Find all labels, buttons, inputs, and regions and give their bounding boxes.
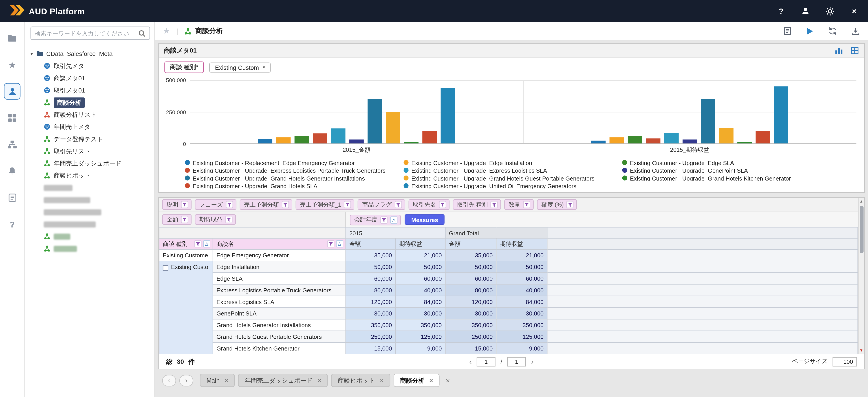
- legend-item[interactable]: Existing Customer - Replacement_Edge Eme…: [185, 159, 403, 165]
- bar[interactable]: [331, 128, 345, 143]
- close-tab-icon[interactable]: ×: [446, 376, 450, 385]
- next-page-button[interactable]: ›: [531, 357, 534, 366]
- opportunity-name-cell[interactable]: Express Logistics SLA: [213, 296, 346, 308]
- sub-header-amount-total[interactable]: 金額: [445, 238, 496, 249]
- field-chip[interactable]: 取引先 種別: [453, 200, 501, 210]
- bar[interactable]: [258, 139, 272, 144]
- field-chip[interactable]: 売上予測分類_1: [296, 200, 354, 210]
- clipboard-list-icon[interactable]: [4, 189, 21, 206]
- tabs-scroll-left-button[interactable]: ‹: [162, 374, 176, 386]
- sidebar-item[interactable]: 取引メタ01: [31, 84, 150, 96]
- bar[interactable]: [349, 140, 364, 144]
- filter-field-button[interactable]: 商談 種別*: [164, 62, 204, 73]
- table-view-icon[interactable]: [850, 46, 859, 55]
- field-chip[interactable]: 金額: [162, 214, 191, 225]
- bar[interactable]: [294, 136, 309, 144]
- favorite-star-icon[interactable]: ★: [163, 26, 170, 36]
- legend-item[interactable]: Existing Customer - Upgrade_Grand Hotels…: [185, 183, 403, 189]
- bar-chart-view-icon[interactable]: [834, 46, 844, 55]
- sub-header-expected-total[interactable]: 期待収益: [496, 238, 547, 249]
- row-header-type[interactable]: 商談 種別△: [159, 238, 213, 249]
- legend-item[interactable]: Existing Customer - Upgrade_Grand Hotels…: [403, 175, 622, 181]
- search-input[interactable]: [35, 30, 138, 37]
- field-chip[interactable]: 数量: [504, 200, 534, 210]
- sidebar-item[interactable]: 年間売上メタ: [31, 121, 150, 133]
- folders-icon[interactable]: [4, 30, 21, 47]
- legend-item[interactable]: Existing Customer - Upgrade_Express Logi…: [185, 167, 403, 173]
- filter-icon[interactable]: [439, 201, 446, 208]
- filter-icon[interactable]: [523, 201, 530, 208]
- bar[interactable]: [368, 99, 382, 144]
- tab[interactable]: 商談分析×: [393, 374, 440, 387]
- sidebar-item[interactable]: 取引先リスト: [31, 145, 150, 157]
- row-group-cell[interactable]: Existing Custome: [159, 249, 213, 261]
- field-chip[interactable]: フェーズ: [195, 200, 236, 210]
- bar[interactable]: [591, 141, 606, 144]
- bar[interactable]: [386, 112, 400, 144]
- sidebar-item-redacted[interactable]: [31, 231, 150, 243]
- legend-item[interactable]: Existing Customer - Upgrade_Express Logi…: [403, 167, 622, 173]
- bar[interactable]: [422, 131, 437, 143]
- bar[interactable]: [774, 87, 788, 144]
- bar[interactable]: [276, 137, 290, 143]
- opportunity-name-cell[interactable]: Grand Hotels Generator Installations: [213, 319, 346, 331]
- tree-root-folder[interactable]: ▾ CData_Salesforce_Meta: [31, 48, 150, 60]
- sidebar-item-redacted[interactable]: [31, 243, 150, 255]
- field-chip[interactable]: 会計年度△: [350, 215, 401, 225]
- bar[interactable]: [610, 137, 624, 143]
- sidebar-item[interactable]: 取引先メタ: [31, 60, 150, 72]
- filter-icon[interactable]: [181, 216, 188, 223]
- opportunity-name-cell[interactable]: Grand Hotels Guest Portable Generators: [213, 331, 346, 342]
- sidebar-item[interactable]: 商談分析リスト: [31, 109, 150, 121]
- filter-value-dropdown[interactable]: Existing Custom ▾: [210, 62, 271, 72]
- sidebar-item[interactable]: 商談分析: [31, 96, 150, 109]
- filter-icon[interactable]: [344, 201, 351, 208]
- tab[interactable]: 商談ピボット×: [331, 374, 390, 387]
- help-icon[interactable]: ?: [776, 6, 786, 16]
- sidebar-item[interactable]: 年間売上ダッシュボード: [31, 157, 150, 169]
- dashboard-grid-icon[interactable]: [4, 110, 21, 126]
- field-chip[interactable]: 期待収益: [195, 214, 236, 225]
- opportunity-name-cell[interactable]: Edge SLA: [213, 273, 346, 284]
- tab[interactable]: 年間売上ダッシュボード×: [238, 374, 328, 387]
- row-group-cell[interactable]: −Existing Custo: [159, 261, 213, 354]
- tab[interactable]: Main×: [200, 374, 235, 387]
- tab-close-icon[interactable]: ×: [430, 377, 433, 384]
- collapse-icon[interactable]: −: [163, 265, 168, 271]
- opportunity-name-cell[interactable]: Edge Installation: [213, 261, 346, 273]
- filter-icon[interactable]: [327, 240, 334, 247]
- bar[interactable]: [313, 133, 327, 144]
- opportunity-name-cell[interactable]: Grand Hotels Kitchen Generator: [213, 342, 346, 354]
- download-icon[interactable]: [850, 26, 860, 36]
- bar[interactable]: [628, 136, 642, 144]
- total-pages-box[interactable]: [507, 357, 526, 366]
- close-window-icon[interactable]: ×: [849, 6, 859, 16]
- run-play-icon[interactable]: [805, 26, 815, 36]
- filter-icon[interactable]: [225, 216, 232, 223]
- filter-icon[interactable]: [491, 201, 498, 208]
- page-size-input[interactable]: [833, 357, 857, 366]
- column-group-grand-total[interactable]: Grand Total: [445, 227, 547, 238]
- scroll-down-icon[interactable]: ▼: [860, 346, 863, 354]
- current-page-input[interactable]: [477, 357, 496, 366]
- scroll-up-icon[interactable]: ▲: [860, 197, 863, 205]
- legend-item[interactable]: Existing Customer - Upgrade_GenePoint SL…: [622, 167, 860, 173]
- field-chip[interactable]: 取引先名: [408, 200, 449, 210]
- field-chip[interactable]: 説明: [162, 200, 191, 210]
- sub-header-amount-2015[interactable]: 金額: [346, 238, 396, 249]
- vertical-scrollbar[interactable]: ▲ ▼: [858, 197, 864, 354]
- rail-help-icon[interactable]: ?: [4, 216, 21, 233]
- sidebar-item[interactable]: 商談メタ01: [31, 72, 150, 84]
- sort-icon[interactable]: △: [203, 240, 210, 247]
- user-icon[interactable]: [800, 6, 810, 16]
- tab-close-icon[interactable]: ×: [380, 377, 383, 384]
- favorites-star-icon[interactable]: ★: [4, 56, 21, 73]
- settings-gear-icon[interactable]: [825, 6, 835, 16]
- filter-icon[interactable]: [181, 201, 188, 208]
- bar[interactable]: [441, 88, 455, 143]
- row-header-name[interactable]: 商談名△: [213, 238, 346, 249]
- legend-item[interactable]: Existing Customer - Upgrade_Grand Hotels…: [185, 175, 403, 181]
- tab-close-icon[interactable]: ×: [225, 377, 228, 384]
- bar[interactable]: [719, 127, 734, 143]
- notifications-bell-icon[interactable]: [4, 163, 21, 179]
